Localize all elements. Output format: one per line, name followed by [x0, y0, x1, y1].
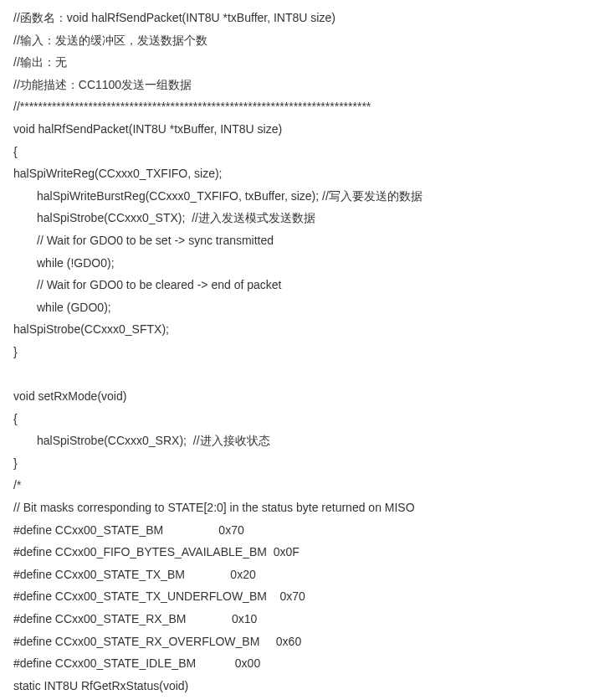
code-line-comment-funcname: //函数名：void halRfSendPacket(INT8U *txBuff…: [13, 7, 576, 29]
code-line-define-fifo-bytes: #define CCxx00_FIFO_BYTES_AVAILABLE_BM 0…: [13, 541, 576, 564]
code-line-bitmask-comment: // Bit masks corresponding to STATE[2:0]…: [13, 497, 576, 519]
code-line-blank: [13, 363, 576, 386]
code-line-define-state-rx: #define CCxx00_STATE_RX_BM 0x10: [13, 608, 576, 631]
code-line-define-state-idle: #define CCxx00_STATE_IDLE_BM 0x00: [13, 652, 576, 675]
code-line-comment-wait-set: // Wait for GDO0 to be set -> sync trans…: [13, 229, 576, 252]
code-line-block-comment-start: /*: [13, 474, 576, 497]
code-line-setrxmode-decl: void setRxMode(void): [13, 385, 576, 408]
code-line-while-gdo0: while (GDO0);: [13, 296, 576, 319]
code-line-comment-wait-clear: // Wait for GDO0 to be cleared -> end of…: [13, 274, 576, 296]
code-line-open-brace: {: [13, 141, 576, 163]
code-line-comment-divider: //**************************************…: [13, 95, 576, 118]
code-line-func-decl: void halRfSendPacket(INT8U *txBuffer, IN…: [13, 118, 576, 141]
code-line-strobe-stx: halSpiStrobe(CCxxx0_STX); //进入发送模式发送数据: [13, 207, 576, 229]
code-line-comment-desc: //功能描述：CC1100发送一组数据: [13, 74, 576, 96]
code-line-rfgetrxstatus-decl: static INT8U RfGetRxStatus(void): [13, 675, 576, 697]
code-line-while-not-gdo0: while (!GDO0);: [13, 252, 576, 275]
code-line-comment-input: //输入：发送的缓冲区，发送数据个数: [13, 29, 576, 52]
code-line-open-brace-2: {: [13, 408, 576, 430]
code-line-strobe-sftx: halSpiStrobe(CCxxx0_SFTX);: [13, 318, 576, 341]
code-line-define-state-rx-overflow: #define CCxx00_STATE_RX_OVERFLOW_BM 0x60: [13, 631, 576, 653]
code-line-close-brace: }: [13, 341, 576, 363]
code-line-close-brace-2: }: [13, 452, 576, 475]
code-line-strobe-srx: halSpiStrobe(CCxxx0_SRX); //进入接收状态: [13, 430, 576, 452]
code-line-writeburst: halSpiWriteBurstReg(CCxxx0_TXFIFO, txBuf…: [13, 185, 576, 208]
code-line-writereg: halSpiWriteReg(CCxxx0_TXFIFO, size);: [13, 162, 576, 185]
code-line-comment-output: //输出：无: [13, 51, 576, 74]
code-line-open-brace-3: {: [13, 697, 576, 700]
code-line-define-state-tx-underflow: #define CCxx00_STATE_TX_UNDERFLOW_BM 0x7…: [13, 585, 576, 608]
code-line-define-state-tx: #define CCxx00_STATE_TX_BM 0x20: [13, 564, 576, 586]
code-line-define-state-bm: #define CCxx00_STATE_BM 0x70: [13, 519, 576, 542]
